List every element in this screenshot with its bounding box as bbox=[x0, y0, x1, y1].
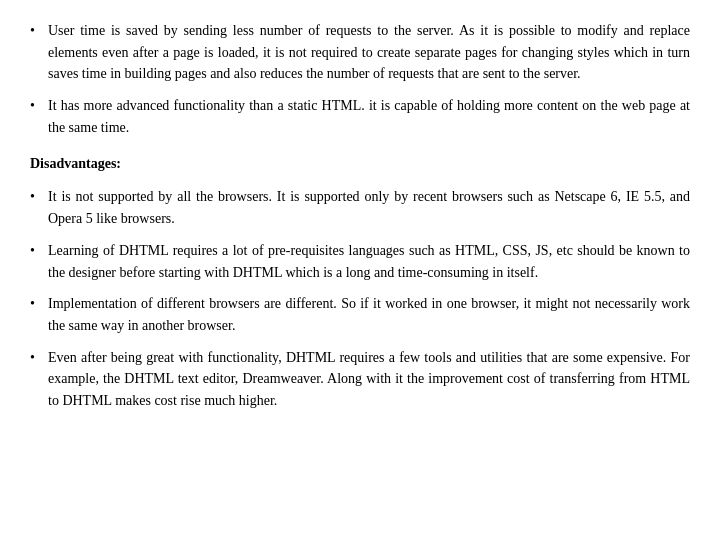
disadvantage-item-4: • Even after being great with functional… bbox=[30, 347, 690, 412]
disadvantage-text-1: It is not supported by all the browsers.… bbox=[48, 186, 690, 229]
disadvantages-heading: Disadvantages: bbox=[30, 156, 690, 172]
bullet-dot-6: • bbox=[30, 347, 48, 368]
disadvantage-text-2: Learning of DHTML requires a lot of pre-… bbox=[48, 240, 690, 283]
bullet-dot-3: • bbox=[30, 186, 48, 207]
disadvantage-item-3: • Implementation of different browsers a… bbox=[30, 293, 690, 336]
disadvantage-text-4: Even after being great with functionalit… bbox=[48, 347, 690, 412]
disadvantage-item-2: • Learning of DHTML requires a lot of pr… bbox=[30, 240, 690, 283]
bullet-dot-5: • bbox=[30, 293, 48, 314]
bullet-dot-4: • bbox=[30, 240, 48, 261]
disadvantages-section: Disadvantages: • It is not supported by … bbox=[30, 156, 690, 411]
advantage-text-1: User time is saved by sending less numbe… bbox=[48, 20, 690, 85]
disadvantage-item-1: • It is not supported by all the browser… bbox=[30, 186, 690, 229]
advantage-item-1: • User time is saved by sending less num… bbox=[30, 20, 690, 85]
disadvantage-text-3: Implementation of different browsers are… bbox=[48, 293, 690, 336]
bullet-dot-1: • bbox=[30, 20, 48, 41]
page-content: • User time is saved by sending less num… bbox=[0, 0, 720, 540]
bullet-dot-2: • bbox=[30, 95, 48, 116]
advantage-text-2: It has more advanced functionality than … bbox=[48, 95, 690, 138]
advantage-item-2: • It has more advanced functionality tha… bbox=[30, 95, 690, 138]
advantages-section: • User time is saved by sending less num… bbox=[30, 20, 690, 138]
